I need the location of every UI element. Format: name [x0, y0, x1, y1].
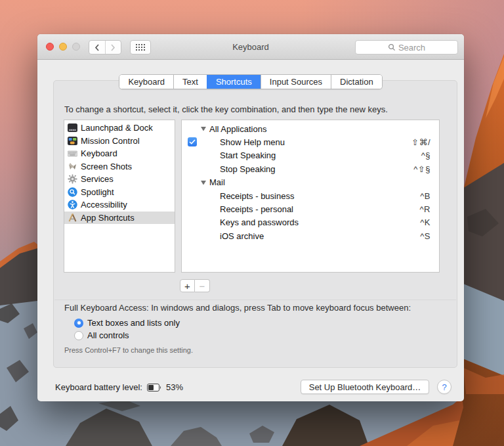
tab-bar: Keyboard Text Shortcuts Input Sources Di… — [37, 74, 464, 89]
title-bar[interactable]: Keyboard — [37, 34, 464, 60]
check-icon — [189, 139, 196, 145]
search-placeholder: Search — [398, 43, 425, 53]
app-shortcuts-icon — [67, 212, 77, 223]
tab-shortcuts[interactable]: Shortcuts — [207, 75, 261, 89]
disclosure-triangle-icon[interactable] — [201, 181, 206, 185]
shortcut-label: Start Speaking — [220, 150, 276, 160]
category-accessibility[interactable]: Accessibility — [64, 198, 175, 212]
shortcut-keys: ^⇧§ — [413, 164, 430, 174]
category-label: Accessibility — [81, 200, 127, 210]
back-button[interactable] — [89, 41, 105, 54]
shortcut-detail-list[interactable]: All Applications Show Help menu ⇧⌘/ Star… — [181, 120, 440, 273]
group-label: All Applications — [209, 124, 266, 134]
category-label: Mission Control — [81, 136, 140, 146]
zoom-button — [72, 43, 80, 51]
instruction-text: To change a shortcut, select it, click t… — [64, 104, 388, 114]
full-keyboard-access-heading: Full Keyboard Access: In windows and dia… — [64, 303, 411, 313]
disclosure-triangle-icon[interactable] — [201, 127, 206, 131]
radio-label: All controls — [87, 330, 129, 340]
chevron-left-icon — [94, 44, 100, 51]
shortcut-keys: ⇧⌘/ — [411, 137, 430, 147]
shortcut-row[interactable]: Show Help menu ⇧⌘/ — [182, 135, 439, 148]
tab-keyboard[interactable]: Keyboard — [119, 75, 173, 89]
shortcut-label: Show Help menu — [220, 137, 285, 147]
category-services[interactable]: Services — [64, 173, 175, 186]
control-f7-note: Press Control+F7 to change this setting. — [64, 346, 193, 354]
mission-control-icon — [67, 135, 77, 146]
shortcut-group-row[interactable]: All Applications — [182, 122, 439, 135]
shortcut-category-list[interactable]: Launchpad & Dock Mission Control Keyboar… — [64, 120, 175, 273]
category-launchpad-dock[interactable]: Launchpad & Dock — [64, 122, 175, 135]
forward-button — [105, 41, 121, 54]
keyboard-preferences-window: Keyboard — [37, 34, 464, 401]
section-divider — [54, 300, 456, 300]
shortcut-keys: ^S — [420, 231, 430, 241]
radio-option-all-controls[interactable]: All controls — [74, 330, 129, 340]
shortcut-row[interactable]: Stop Speaking ^⇧§ — [182, 162, 439, 175]
category-label: Launchpad & Dock — [81, 123, 153, 133]
category-label: Keyboard — [81, 148, 117, 158]
shortcut-label: Stop Speaking — [220, 164, 276, 174]
checkbox-checked[interactable] — [188, 137, 197, 146]
battery-status: Keyboard battery level: 53% — [55, 382, 183, 392]
group-label: Mail — [209, 177, 225, 187]
spotlight-icon — [67, 187, 77, 197]
close-button[interactable] — [46, 43, 54, 51]
search-input[interactable]: Search — [355, 40, 458, 55]
tab-dictation[interactable]: Dictation — [331, 75, 382, 89]
shortcut-label: Receipts - business — [220, 191, 294, 201]
radio-label: Text boxes and lists only — [87, 318, 180, 328]
search-icon — [388, 43, 396, 51]
shortcut-keys: ^§ — [421, 150, 430, 160]
shortcut-keys: ^K — [420, 217, 430, 227]
category-label: App Shortcuts — [81, 213, 135, 223]
desktop: Keyboard — [0, 0, 504, 446]
category-label: Spotlight — [81, 187, 114, 197]
keyboard-icon — [67, 148, 77, 159]
help-button[interactable]: ? — [437, 380, 452, 394]
category-label: Services — [81, 174, 114, 184]
radio-selected-icon[interactable] — [74, 319, 83, 328]
dock-icon — [67, 123, 77, 133]
category-spotlight[interactable]: Spotlight — [64, 186, 175, 199]
grid-icon — [136, 44, 145, 51]
show-all-button[interactable] — [130, 40, 151, 55]
category-keyboard[interactable]: Keyboard — [64, 147, 175, 160]
shortcut-row[interactable]: Receipts - personal ^R — [182, 202, 439, 215]
shortcut-label: Keys and passwords — [220, 217, 299, 227]
add-shortcut-button[interactable]: + — [180, 279, 195, 292]
shortcut-row[interactable]: Keys and passwords ^K — [182, 216, 439, 229]
remove-shortcut-button: − — [195, 279, 210, 292]
category-screen-shots[interactable]: Screen Shots — [64, 160, 175, 173]
radio-unselected-icon[interactable] — [74, 331, 83, 340]
shortcuts-pane: To change a shortcut, select it, click t… — [53, 80, 457, 368]
tab-input-sources[interactable]: Input Sources — [261, 75, 331, 89]
shortcut-row[interactable]: Receipts - business ^B — [182, 189, 439, 202]
shortcut-keys: ^B — [420, 191, 430, 201]
category-mission-control[interactable]: Mission Control — [64, 135, 175, 148]
shortcut-row[interactable]: Start Speaking ^§ — [182, 149, 439, 162]
chevron-right-icon — [110, 44, 116, 51]
shortcut-group-row[interactable]: Mail — [182, 176, 439, 189]
navigation-buttons — [89, 40, 121, 55]
gear-icon — [67, 174, 77, 185]
list-edit-buttons: + − — [180, 279, 210, 292]
battery-icon — [147, 384, 161, 391]
battery-label: Keyboard battery level: — [55, 382, 142, 392]
category-app-shortcuts[interactable]: App Shortcuts — [64, 212, 175, 225]
screenshot-icon — [67, 161, 77, 171]
shortcut-keys: ^R — [420, 204, 431, 214]
tab-text[interactable]: Text — [173, 75, 207, 89]
setup-bluetooth-keyboard-button[interactable]: Set Up Bluetooth Keyboard… — [301, 380, 429, 394]
battery-percent: 53% — [166, 382, 183, 392]
minimize-button[interactable] — [59, 43, 67, 51]
category-label: Screen Shots — [81, 162, 132, 171]
shortcut-label: iOS archive — [220, 231, 264, 241]
radio-option-text-boxes[interactable]: Text boxes and lists only — [74, 318, 180, 328]
shortcut-label: Receipts - personal — [220, 204, 293, 214]
accessibility-icon — [67, 200, 77, 210]
shortcut-row[interactable]: iOS archive ^S — [182, 229, 439, 242]
